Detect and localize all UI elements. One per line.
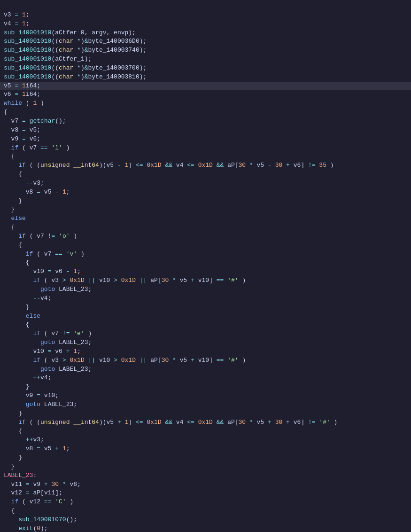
code-line: sub_140001070(); (0, 516, 411, 524)
code-line: if ( v12 == 'C' ) (0, 498, 411, 507)
code-line: else (0, 214, 411, 223)
code-line: goto LABEL_23; (0, 338, 411, 347)
code-line: exit(0); (0, 524, 411, 532)
code-line: else (0, 312, 411, 321)
line-text: sub_140001010((char *)&byte_140003810); (4, 73, 147, 82)
line-text: { (4, 507, 15, 516)
code-line: } (0, 303, 411, 312)
line-text: if ( (unsigned __int64)(v5 - 1) <= 0x1D … (4, 161, 334, 170)
code-line: v6 = 1i64; (0, 90, 411, 99)
line-text: sub_140001010((char *)&byte_140003700); (4, 64, 147, 73)
code-line: { (0, 170, 411, 179)
line-text: { (4, 258, 30, 267)
line-text: if ( v7 == 'v' ) (4, 250, 85, 259)
line-text: } (4, 205, 15, 214)
line-text: goto LABEL_23; (4, 285, 92, 294)
code-line: sub_140001010((char *)&byte_140003700); (0, 64, 411, 73)
code-container: v3 = 1;v4 = 1;sub_140001010(aCtfer_0, ar… (0, 0, 411, 532)
line-text: if ( v3 > 0x1D || v10 > 0x1D || aP[30 * … (4, 276, 246, 285)
code-line: } (0, 197, 411, 206)
code-line: if ( v3 > 0x1D || v10 > 0x1D || aP[30 * … (0, 356, 411, 365)
code-line: { (0, 507, 411, 516)
code-line: v3 = 1; (0, 11, 411, 20)
code-line: LABEL_23: (0, 471, 411, 480)
code-line: v7 = getchar(); (0, 117, 411, 126)
line-text: sub_140001010(aCtfer_0, argv, envp); (4, 29, 136, 38)
line-text: if ( (unsigned __int64)(v5 + 1) <= 0x1D … (4, 418, 337, 427)
line-text: v9 = v10; (4, 391, 59, 400)
code-line: v9 = v10; (0, 391, 411, 400)
code-line: sub_140001010((char *)&byte_140003810); (0, 73, 411, 82)
line-text: } (4, 303, 30, 312)
code-line: if ( v3 > 0x1D || v10 > 0x1D || aP[30 * … (0, 276, 411, 285)
code-line: { (0, 241, 411, 250)
code-line: v8 = v5; (0, 126, 411, 135)
code-line: { (0, 108, 411, 117)
code-line: sub_140001010(aCtfer_0, argv, envp); (0, 29, 411, 38)
code-line: v9 = v6; (0, 135, 411, 144)
code-line: goto LABEL_23; (0, 365, 411, 374)
line-text: v4 = 1; (4, 20, 30, 29)
line-text: } (4, 383, 30, 391)
line-text: v3 = 1; (4, 11, 30, 20)
line-text: sub_140001010((char *)&byte_1400036D0); (4, 37, 147, 46)
line-text: { (4, 223, 15, 232)
code-line: v8 = v5 - 1; (0, 188, 411, 197)
code-line: --v3; (0, 179, 411, 188)
code-line: ++v3; (0, 436, 411, 445)
line-text: v6 = 1i64; (4, 90, 40, 99)
line-text: v8 = v5; (4, 126, 40, 135)
code-line: --v4; (0, 294, 411, 303)
line-text: v8 = v5 + 1; (4, 445, 70, 454)
line-text: if ( v7 != 'o' ) (4, 232, 77, 241)
line-text: if ( v7 == 'l' ) (4, 144, 70, 153)
line-text: v10 = v6 + 1; (4, 347, 81, 356)
line-text: goto LABEL_23; (4, 338, 92, 347)
line-text: exit(0); (4, 524, 48, 532)
code-line: } (0, 205, 411, 214)
code-line: } (0, 454, 411, 462)
code-line: } (0, 409, 411, 418)
code-line: sub_140001010(aCtfer_1); (0, 55, 411, 64)
code-line: { (0, 223, 411, 232)
line-text: } (4, 462, 15, 471)
code-line: } (0, 383, 411, 391)
line-text: else (4, 312, 40, 321)
line-text: { (4, 108, 8, 117)
line-text: { (4, 152, 15, 161)
line-text: goto LABEL_23; (4, 365, 92, 374)
line-text: sub_140001070(); (4, 516, 77, 524)
code-line: v4 = 1; (0, 20, 411, 29)
code-line: if ( v7 == 'l' ) (0, 144, 411, 153)
code-line: v10 = v6 + 1; (0, 347, 411, 356)
line-text: { (4, 427, 22, 436)
line-text: v9 = v6; (4, 135, 40, 144)
line-text: } (4, 454, 22, 462)
code-line: v11 = v9 + 30 * v8; (0, 480, 411, 489)
code-line: if ( (unsigned __int64)(v5 + 1) <= 0x1D … (0, 418, 411, 427)
line-text: v12 = aP[v11]; (4, 489, 62, 498)
code-line: sub_140001010((char *)&byte_140003740); (0, 46, 411, 55)
line-text: { (4, 321, 30, 329)
line-text: sub_140001010((char *)&byte_140003740); (4, 46, 147, 55)
line-text: if ( v3 > 0x1D || v10 > 0x1D || aP[30 * … (4, 356, 246, 365)
code-line: v10 = v6 - 1; (0, 267, 411, 276)
code-line: v12 = aP[v11]; (0, 489, 411, 498)
line-text: sub_140001010(aCtfer_1); (4, 55, 92, 64)
line-text: --v3; (4, 179, 44, 188)
code-line: { (0, 321, 411, 329)
line-text: ++v4; (4, 374, 51, 383)
code-line: v8 = v5 + 1; (0, 445, 411, 454)
line-text: if ( v7 != 'e' ) (4, 329, 92, 338)
line-text: goto LABEL_23; (4, 400, 77, 409)
line-text: --v4; (4, 294, 51, 303)
line-text: v11 = v9 + 30 * v8; (4, 480, 81, 489)
code-line: v5 = 1i64; (0, 82, 411, 91)
line-text: } (4, 409, 22, 418)
code-line: if ( (unsigned __int64)(v5 - 1) <= 0x1D … (0, 161, 411, 170)
code-line: sub_140001010((char *)&byte_1400036D0); (0, 37, 411, 46)
line-text: ++v3; (4, 436, 44, 445)
code-line: { (0, 152, 411, 161)
code-line: ++v4; (0, 374, 411, 383)
code-line: } (0, 462, 411, 471)
